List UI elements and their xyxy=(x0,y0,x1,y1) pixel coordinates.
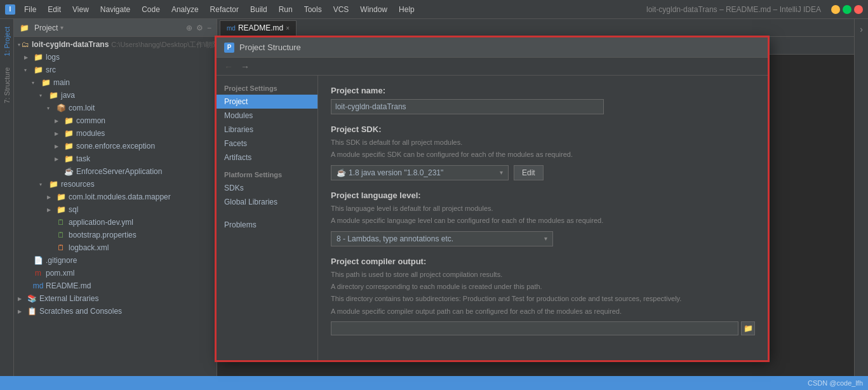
compiler-desc3: This directory contains two subdirectori… xyxy=(331,294,755,304)
minus-icon[interactable]: − xyxy=(207,24,211,32)
nav-item-artifacts[interactable]: Artifacts xyxy=(217,151,317,165)
sidebar-item-project[interactable]: 1: Project xyxy=(2,22,12,61)
menu-build[interactable]: Build xyxy=(245,4,272,15)
globe-icon[interactable]: ⊕ xyxy=(186,24,192,32)
tree-item-java[interactable]: ▾ 📁 java xyxy=(14,89,217,102)
tree-item-readme[interactable]: ▶ md README.md xyxy=(14,279,217,292)
compiler-desc1: This path is used to store all project c… xyxy=(331,270,755,279)
tree-item-yml[interactable]: ▶ 🗒 application-dev.yml xyxy=(14,216,217,229)
menu-vcs[interactable]: VCS xyxy=(328,4,354,15)
package-icon: 📦 xyxy=(56,103,66,113)
tree-item-properties[interactable]: ▶ 🗒 bootstrap.properties xyxy=(14,229,217,241)
maximize-button[interactable] xyxy=(843,5,851,14)
tree-item-modules[interactable]: ▶ 📁 modules xyxy=(14,127,217,140)
tree-item-mapper[interactable]: ▶ 📁 com.loit.modules.data.mapper xyxy=(14,191,217,203)
sdk-edit-button[interactable]: Edit xyxy=(514,165,544,180)
compiler-section: Project compiler output: This path is us… xyxy=(331,257,755,336)
compiler-desc4: A module specific compiler output path c… xyxy=(331,307,755,316)
expand-arrow: ▶ xyxy=(47,194,55,200)
tree-item-root[interactable]: ▾ 🗂 loit-cygldn-dataTrans C:\Users\hangg… xyxy=(14,38,217,51)
nav-item-facets[interactable]: Facets xyxy=(217,137,317,151)
project-structure-dialog: P Project Structure ← → Project Settings… xyxy=(216,37,768,361)
language-title: Project language level: xyxy=(331,191,755,200)
nav-item-sdks[interactable]: SDKs xyxy=(217,181,317,195)
compiler-desc2: A directory corresponding to each module… xyxy=(331,282,755,292)
menu-window[interactable]: Window xyxy=(355,4,392,15)
sdk-dropdown[interactable]: ☕ 1.8 java version "1.8.0_231" ▾ xyxy=(331,165,509,180)
tab-readme[interactable]: md README.md × xyxy=(220,20,297,36)
tree-item-logs[interactable]: ▶ 📁 logs xyxy=(14,51,217,64)
src-folder-icon: 📁 xyxy=(33,65,43,75)
tree-item-com-loit[interactable]: ▾ 📦 com.loit xyxy=(14,102,217,114)
md-tab-icon: md xyxy=(227,25,236,32)
nav-item-libraries[interactable]: Libraries xyxy=(217,123,317,137)
menu-view[interactable]: View xyxy=(67,4,94,15)
menu-code[interactable]: Code xyxy=(137,4,165,15)
language-section: Project language level: This language le… xyxy=(331,191,755,246)
right-strip: › xyxy=(854,19,868,390)
chevron-down-icon[interactable]: ▾ xyxy=(60,24,63,31)
sidebar-item-structure[interactable]: 7: Structure xyxy=(2,62,12,109)
expand-arrow: ▾ xyxy=(39,182,47,187)
tree-item-sql[interactable]: ▶ 📁 sql xyxy=(14,203,217,216)
compiler-path-row: 📁 xyxy=(331,321,755,335)
language-dropdown-arrow: ▾ xyxy=(544,235,547,242)
tree-label: com.loit xyxy=(69,104,95,112)
folder-icon: 📁 xyxy=(56,192,66,202)
close-button[interactable] xyxy=(854,5,863,14)
minimize-button[interactable] xyxy=(831,5,840,14)
folder-icon: 📁 xyxy=(33,52,43,62)
folder-icon: 📁 xyxy=(63,154,74,164)
dialog-nav: ← → xyxy=(217,58,768,76)
tree-item-pom[interactable]: ▶ m pom.xml xyxy=(14,267,217,279)
gear-icon[interactable]: ⚙ xyxy=(196,24,203,32)
expand-arrow: ▾ xyxy=(32,80,39,86)
menu-refactor[interactable]: Refactor xyxy=(205,4,244,15)
nav-item-project[interactable]: Project xyxy=(217,95,317,109)
tree-item-main[interactable]: ▾ 📁 main xyxy=(14,76,217,89)
menu-help[interactable]: Help xyxy=(394,4,420,15)
tree-item-src[interactable]: ▾ 📁 src xyxy=(14,64,217,76)
tree-label: EnforceServerApplication xyxy=(76,167,162,176)
menu-navigate[interactable]: Navigate xyxy=(95,4,135,15)
sdk-row: ☕ 1.8 java version "1.8.0_231" ▾ Edit xyxy=(331,165,755,180)
tree-label: application-dev.yml xyxy=(69,218,133,227)
window-controls xyxy=(831,5,863,14)
nav-item-modules[interactable]: Modules xyxy=(217,109,317,123)
tree-label: README.md xyxy=(46,281,91,290)
tree-item-scratches[interactable]: ▶ 📋 Scratches and Consoles xyxy=(14,305,217,318)
language-dropdown[interactable]: 8 - Lambdas, type annotations etc. ▾ xyxy=(331,231,553,246)
tree-item-enforce[interactable]: ▶ 📁 sone.enforce.exception xyxy=(14,140,217,152)
dialog-left-nav: Project Settings Project Modules Librari… xyxy=(217,76,318,360)
nav-item-problems[interactable]: Problems xyxy=(217,218,317,232)
expand-arrow: ▶ xyxy=(55,118,62,124)
expand-arrow: ▾ xyxy=(39,93,47,98)
menu-tools[interactable]: Tools xyxy=(299,4,327,15)
tree-item-task[interactable]: ▶ 📁 task xyxy=(14,152,217,165)
tree-path-root: C:\Users\hangg\Desktop\工作\朝阳大脑\code\loit… xyxy=(111,40,217,50)
menu-edit[interactable]: Edit xyxy=(43,4,66,15)
compiler-path-input[interactable] xyxy=(331,321,738,335)
tree-item-common[interactable]: ▶ 📁 common xyxy=(14,114,217,127)
tree-label: sone.enforce.exception xyxy=(76,142,155,151)
tree-item-ext-libs[interactable]: ▶ 📚 External Libraries xyxy=(14,292,217,305)
tree-label: .gitignore xyxy=(46,256,77,265)
project-name-input[interactable] xyxy=(331,99,604,114)
menu-run[interactable]: Run xyxy=(274,4,298,15)
sdk-desc2: A module specific SDK can be configured … xyxy=(331,150,755,159)
right-arrow-icon[interactable]: › xyxy=(857,22,865,37)
menu-analyze[interactable]: Analyze xyxy=(166,4,204,15)
compiler-folder-button[interactable]: 📁 xyxy=(741,321,755,335)
tree-item-resources[interactable]: ▾ 📁 resources xyxy=(14,178,217,191)
nav-item-global-libs[interactable]: Global Libraries xyxy=(217,195,317,209)
back-button[interactable]: ← xyxy=(222,60,236,73)
tab-label: README.md xyxy=(238,24,283,32)
tree-item-logback[interactable]: ▶ 🗒 logback.xml xyxy=(14,241,217,254)
forward-button[interactable]: → xyxy=(238,60,252,73)
tree-item-enforce-app[interactable]: ▶ ☕ EnforceServerApplication xyxy=(14,165,217,178)
tree-item-gitignore[interactable]: ▶ 📄 .gitignore xyxy=(14,254,217,267)
tab-close-button[interactable]: × xyxy=(286,25,290,32)
java-file-icon: ☕ xyxy=(63,166,74,177)
left-strip: 1: Project 7: Structure xyxy=(0,19,14,390)
menu-file[interactable]: File xyxy=(19,4,41,15)
